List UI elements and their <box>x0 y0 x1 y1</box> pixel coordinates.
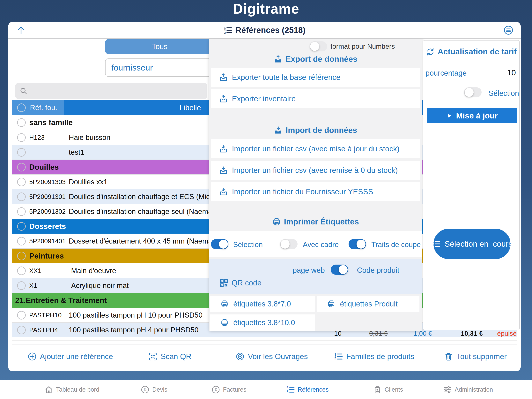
row-label: Main d'oeuvre <box>71 267 116 275</box>
tab-factures[interactable]: Factures <box>211 380 247 399</box>
supplier-input[interactable] <box>105 58 218 77</box>
cut-lines-toggle-label: Traits de coupe <box>371 241 421 249</box>
scan-qr-button[interactable]: Scan QR <box>148 351 191 362</box>
import-csv-reset-button[interactable]: Importer un fichier csv (avec remise à 0… <box>211 161 420 180</box>
row-radio[interactable] <box>17 207 26 216</box>
row-ref: H123 <box>29 134 44 141</box>
row-radio[interactable] <box>17 252 26 260</box>
export-all-button[interactable]: Exporter toute la base référence <box>211 68 420 87</box>
printer-icon <box>221 319 229 327</box>
euro-circle-icon <box>211 385 220 394</box>
col-libelle: Libelle <box>180 100 201 115</box>
tarif-title: Actualisation de tarif <box>423 47 519 56</box>
row-radio[interactable] <box>17 148 26 157</box>
import-icon <box>219 166 228 174</box>
numbered-list-icon <box>334 352 343 361</box>
row-ref: 5P20091302 <box>29 208 66 215</box>
tab-administration[interactable]: Administration <box>443 380 493 399</box>
row-label: Dosseret d'écartement 400 x 45 mm (Naema… <box>69 237 221 245</box>
printer-icon <box>327 300 335 308</box>
view-ouvrages-button[interactable]: Voir les Ouvrages <box>235 351 308 362</box>
import-icon <box>274 126 283 135</box>
tab-tableau-de-bord[interactable]: Tableau de bord <box>44 380 99 399</box>
labels-38x70-button[interactable]: étiquettes 3.8*7.0 <box>210 296 315 312</box>
row-radio[interactable] <box>17 237 26 245</box>
segment-tous[interactable]: Tous <box>105 39 214 54</box>
tab-references[interactable]: Références <box>286 380 329 399</box>
search-input[interactable] <box>15 83 207 99</box>
col-ref: Réf. fou. <box>30 104 57 112</box>
badge-icon <box>373 385 382 394</box>
row-radio[interactable] <box>17 178 26 186</box>
row-radio[interactable] <box>17 163 26 171</box>
row-label: sans famille <box>29 118 73 127</box>
row-radio[interactable] <box>17 311 26 320</box>
frame-toggle-label: Avec cadre <box>303 241 339 249</box>
percent-value[interactable]: 10 <box>507 68 516 77</box>
play-icon <box>446 112 453 119</box>
labels-product-button[interactable]: étiquettes Produit <box>317 296 419 312</box>
row-radio[interactable] <box>17 266 26 275</box>
d-circle-icon <box>141 385 150 394</box>
app-logo: Digitrame <box>0 1 532 17</box>
divider <box>12 344 517 344</box>
frame-toggle[interactable] <box>280 239 298 249</box>
circled-menu-icon[interactable] <box>503 25 514 35</box>
numbers-format-toggle[interactable] <box>310 41 327 51</box>
selection-in-progress-button[interactable]: Sélection en cours <box>433 229 511 259</box>
list-icon <box>432 239 441 248</box>
import-csv-update-button[interactable]: Importer un fichier csv (avec mise à jou… <box>211 139 420 158</box>
add-reference-button[interactable]: Ajouter une référence <box>27 351 113 362</box>
row-radio[interactable] <box>17 326 26 334</box>
main-card: Références (2518) Tous Réf. fou. Libelle… <box>8 22 521 371</box>
qr-mode-product-label: Code produit <box>357 266 399 275</box>
numbered-list-icon <box>223 26 232 35</box>
row-radio[interactable] <box>17 118 26 127</box>
percent-label: pourcentage <box>425 69 467 77</box>
row-label: Douilles <box>29 163 59 171</box>
qr-code-label: QR code <box>232 279 261 287</box>
row-radio[interactable] <box>17 133 26 142</box>
tab-devis[interactable]: Devis <box>141 380 167 399</box>
row-label: 21.Entretien & Traitement <box>15 296 107 305</box>
row-label: 100 pastilles tampon pH 10 pour PHSD50 <box>69 311 203 319</box>
table-header-ref-segment[interactable]: Réf. fou. <box>12 100 64 115</box>
row-radio[interactable] <box>17 222 26 231</box>
tarif-selection-toggle[interactable] <box>464 87 481 97</box>
export-icon <box>219 73 228 82</box>
scan-qr-icon <box>148 352 158 361</box>
row-status: épuisé <box>497 330 517 337</box>
page-title-text: Références (2518) <box>235 26 305 35</box>
row-ref: 5P20091401 <box>29 238 66 245</box>
row-radio[interactable] <box>17 193 26 201</box>
labels-38x100-button[interactable]: étiquettes 3.8*10.0 <box>210 315 315 331</box>
import-section-title: Import de données <box>209 126 422 135</box>
delete-all-button[interactable]: Tout supprimer <box>444 351 507 362</box>
row-ref: 5P20091301 <box>29 193 66 200</box>
update-button[interactable]: Mise à jour <box>427 108 517 123</box>
import-icon <box>219 187 228 196</box>
import-yesss-button[interactable]: Importer un fichier du Fournisseur YESSS <box>211 182 420 201</box>
row-ref: PASTPH10 <box>29 312 62 319</box>
labels-toggle-row: Sélection Avec cadre Traits de coupe <box>209 231 422 257</box>
numbers-format-label: format pour Numbers <box>330 42 395 50</box>
selection-toggle-label: Sélection <box>233 241 263 249</box>
qr-mode-toggle[interactable] <box>331 264 348 275</box>
row-ref: X1 <box>29 282 37 289</box>
row-radio[interactable] <box>17 281 26 290</box>
plus-circle-icon <box>27 352 37 361</box>
row-label: Peintures <box>29 252 64 260</box>
row-label: Douilles d'installation chauffage et ECS… <box>69 193 218 201</box>
product-families-button[interactable]: Familles de produits <box>334 351 414 362</box>
cut-lines-toggle[interactable] <box>348 239 366 249</box>
header-radio[interactable] <box>17 103 26 112</box>
tab-bar: Tableau de bord Devis Factures Référence… <box>0 380 532 399</box>
export-icon <box>274 55 282 64</box>
row-label: Dosserets <box>29 222 66 231</box>
tab-clients[interactable]: Clients <box>373 380 403 399</box>
row-ref: 5P20091303 <box>29 178 66 186</box>
divider <box>12 341 517 341</box>
import-icon <box>219 145 228 153</box>
selection-toggle[interactable] <box>211 239 228 249</box>
export-inventory-button[interactable]: Exporter inventaire <box>211 89 420 108</box>
